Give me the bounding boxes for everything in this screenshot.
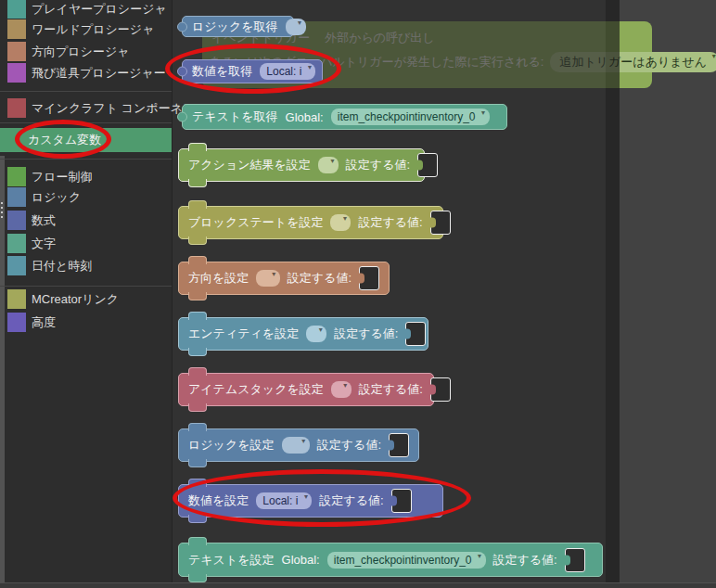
bottom-connector: [188, 515, 207, 523]
top-connector: [188, 367, 207, 376]
dropdown-value: item_checkpointinventory_0: [334, 554, 472, 567]
dropdown-value: Local: i: [262, 494, 298, 507]
block-set-direction[interactable]: 方向を設定▼設定する値:: [178, 262, 390, 295]
value-input-socket[interactable]: [405, 322, 426, 346]
block-label: ブロックステートを設定: [188, 214, 323, 231]
dropdown-caret-icon: ▼: [342, 382, 349, 389]
dropdown-caret-icon: ▼: [302, 493, 309, 500]
block-get-logic[interactable]: ロジックを取得▼: [182, 16, 294, 37]
block-dropdown[interactable]: ▼: [330, 214, 351, 231]
bottom-connector: [188, 403, 207, 412]
dropdown-caret-icon: ▼: [297, 19, 303, 26]
block-dropdown[interactable]: item_checkpointinventory_0▼: [327, 552, 486, 569]
block-label: アイテムスタックを設定: [188, 381, 324, 398]
block-dropdown[interactable]: ▼: [286, 19, 306, 35]
value-connector: [177, 112, 187, 122]
block-get-number[interactable]: 数値を取得Local: i▼: [182, 59, 323, 83]
value-input-socket[interactable]: [430, 211, 451, 235]
dropdown-caret-icon: ▼: [329, 158, 336, 164]
block-label: エンティティを設定: [188, 326, 299, 342]
dropdown-caret-icon: ▼: [477, 553, 483, 559]
dropdown-caret-icon: ▼: [342, 215, 349, 222]
block-dropdown[interactable]: Local: i▼: [256, 492, 312, 509]
block-label: アクション結果を設定: [188, 157, 311, 173]
socket-notch: [417, 160, 423, 171]
bottom-connector: [188, 459, 207, 467]
block-dropdown[interactable]: ▼: [318, 157, 339, 173]
block-dropdown[interactable]: ▼: [306, 326, 326, 342]
top-connector: [188, 200, 207, 209]
top-connector: [188, 537, 207, 545]
socket-notch: [359, 274, 364, 284]
value-connector: [177, 21, 187, 32]
block-dropdown[interactable]: ▼: [256, 270, 279, 287]
dropdown-caret-icon: ▼: [480, 109, 487, 116]
dropdown-value: item_checkpointinventory_0: [338, 110, 476, 123]
bottom-connector: [188, 574, 207, 582]
block-dropdown[interactable]: Local: i▼: [260, 63, 315, 80]
dropdown-caret-icon: ▼: [306, 64, 313, 70]
flyout-blocks: ロジックを取得▼数値を取得Local: i▼テキストを取得Global:item…: [0, 0, 716, 588]
block-set-text[interactable]: テキストを設定Global:item_checkpointinventory_0…: [178, 543, 603, 577]
socket-notch: [389, 441, 394, 451]
socket-notch: [391, 496, 397, 506]
block-set-number[interactable]: 数値を設定Local: i▼設定する値:: [178, 484, 443, 518]
value-input-socket[interactable]: [359, 266, 379, 290]
value-input-socket[interactable]: [389, 433, 409, 457]
dropdown-value: Local: i: [266, 65, 301, 78]
value-input-label: 設定する値:: [358, 214, 422, 231]
socket-notch: [430, 385, 436, 395]
block-set-blockstate[interactable]: ブロックステートを設定▼設定する値:: [178, 206, 443, 239]
value-input-socket[interactable]: [417, 153, 438, 177]
socket-notch: [565, 555, 570, 565]
top-connector: [188, 143, 207, 151]
block-dropdown[interactable]: ▼: [331, 381, 352, 398]
field-prefix-label: Global:: [286, 110, 324, 124]
block-label: 数値を取得: [192, 63, 252, 80]
block-label: テキストを取得: [192, 109, 278, 125]
block-label: ロジックを設定: [188, 437, 275, 454]
dropdown-caret-icon: ▼: [271, 271, 277, 277]
bottom-connector: [188, 179, 207, 187]
bottom-connector: [188, 292, 207, 300]
value-input-label: 設定する値:: [334, 326, 398, 342]
block-label: ロジックを取得: [192, 19, 278, 35]
bottom-connector: [188, 236, 207, 245]
value-input-label: 設定する値:: [493, 552, 557, 569]
bottom-connector: [188, 348, 207, 356]
block-set-itemstack[interactable]: アイテムスタックを設定▼設定する値:: [178, 373, 434, 406]
value-input-label: 設定する値:: [359, 381, 423, 398]
block-dropdown[interactable]: ▼: [282, 437, 310, 454]
window-bottom-edge: [0, 583, 716, 588]
block-label: 方向を設定: [188, 270, 249, 287]
block-set-logic[interactable]: ロジックを設定▼設定する値:: [178, 428, 419, 462]
top-connector: [188, 479, 207, 487]
top-connector: [188, 256, 207, 264]
mcreator-procedure-editor: イベントトリガー 外部からの呼び出し あるいは次のグローバルトリガーが発生した際…: [0, 0, 716, 588]
block-set-entity[interactable]: エンティティを設定▼設定する値:: [178, 317, 428, 351]
socket-notch: [430, 218, 436, 228]
value-input-label: 設定する値:: [319, 492, 383, 509]
block-dropdown[interactable]: item_checkpointinventory_0▼: [331, 109, 490, 125]
value-input-socket[interactable]: [391, 489, 412, 513]
top-connector: [188, 312, 207, 320]
value-input-socket[interactable]: [565, 548, 585, 572]
field-prefix-label: Global:: [282, 553, 320, 567]
dropdown-caret-icon: ▼: [300, 438, 307, 444]
dropdown-caret-icon: ▼: [317, 326, 324, 333]
value-connector: [177, 67, 187, 77]
socket-notch: [405, 329, 411, 339]
top-connector: [188, 423, 207, 431]
block-get-text[interactable]: テキストを取得Global:item_checkpointinventory_0…: [182, 104, 507, 130]
block-label: 数値を設定: [188, 492, 249, 509]
block-set-actionresult[interactable]: アクション結果を設定▼設定する値:: [178, 148, 425, 182]
value-input-label: 設定する値:: [317, 437, 381, 454]
block-label: テキストを設定: [188, 552, 275, 569]
value-input-label: 設定する値:: [346, 157, 410, 173]
value-input-socket[interactable]: [430, 377, 451, 402]
value-input-label: 設定する値:: [288, 270, 352, 287]
